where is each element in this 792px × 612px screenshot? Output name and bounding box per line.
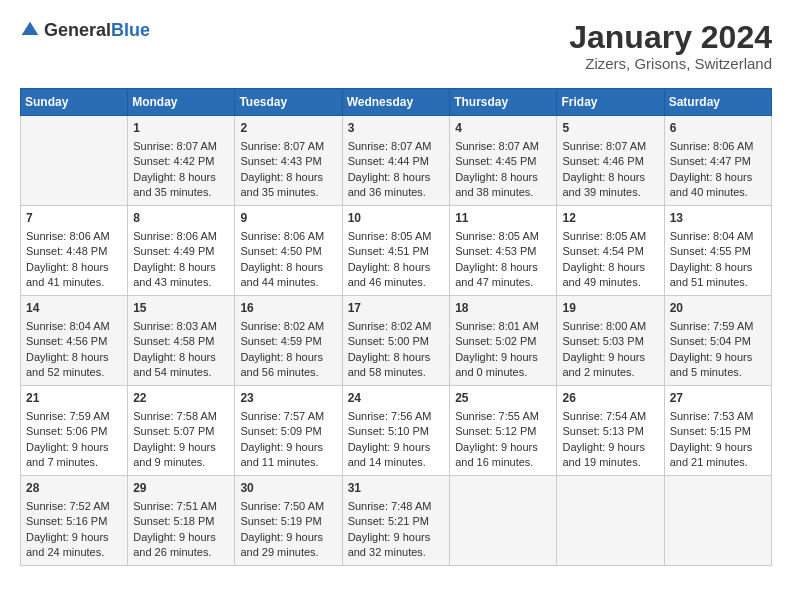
day-number: 22 [133, 390, 229, 407]
daylight-text: Daylight: 9 hours and 32 minutes. [348, 530, 445, 561]
calendar-week-row: 1Sunrise: 8:07 AMSunset: 4:42 PMDaylight… [21, 116, 772, 206]
sunrise-text: Sunrise: 8:06 AM [670, 139, 766, 154]
sunrise-text: Sunrise: 8:01 AM [455, 319, 551, 334]
sunrise-text: Sunrise: 8:02 AM [348, 319, 445, 334]
sunrise-text: Sunrise: 8:06 AM [26, 229, 122, 244]
calendar-cell: 18Sunrise: 8:01 AMSunset: 5:02 PMDayligh… [450, 296, 557, 386]
calendar-cell: 7Sunrise: 8:06 AMSunset: 4:48 PMDaylight… [21, 206, 128, 296]
daylight-text: Daylight: 8 hours and 35 minutes. [240, 170, 336, 201]
day-header-thursday: Thursday [450, 89, 557, 116]
daylight-text: Daylight: 8 hours and 41 minutes. [26, 260, 122, 291]
daylight-text: Daylight: 9 hours and 11 minutes. [240, 440, 336, 471]
calendar-cell: 22Sunrise: 7:58 AMSunset: 5:07 PMDayligh… [128, 386, 235, 476]
calendar-cell: 29Sunrise: 7:51 AMSunset: 5:18 PMDayligh… [128, 476, 235, 566]
calendar-cell: 26Sunrise: 7:54 AMSunset: 5:13 PMDayligh… [557, 386, 664, 476]
daylight-text: Daylight: 8 hours and 35 minutes. [133, 170, 229, 201]
calendar-cell: 15Sunrise: 8:03 AMSunset: 4:58 PMDayligh… [128, 296, 235, 386]
sunrise-text: Sunrise: 7:50 AM [240, 499, 336, 514]
sunrise-text: Sunrise: 7:48 AM [348, 499, 445, 514]
sunset-text: Sunset: 5:06 PM [26, 424, 122, 439]
daylight-text: Daylight: 9 hours and 26 minutes. [133, 530, 229, 561]
day-number: 4 [455, 120, 551, 137]
sunset-text: Sunset: 4:45 PM [455, 154, 551, 169]
daylight-text: Daylight: 8 hours and 44 minutes. [240, 260, 336, 291]
sunrise-text: Sunrise: 8:07 AM [240, 139, 336, 154]
title-block: January 2024 Zizers, Grisons, Switzerlan… [569, 20, 772, 72]
sunrise-text: Sunrise: 8:07 AM [455, 139, 551, 154]
day-number: 21 [26, 390, 122, 407]
sunset-text: Sunset: 4:47 PM [670, 154, 766, 169]
calendar-cell: 28Sunrise: 7:52 AMSunset: 5:16 PMDayligh… [21, 476, 128, 566]
day-number: 17 [348, 300, 445, 317]
day-number: 7 [26, 210, 122, 227]
calendar-cell: 5Sunrise: 8:07 AMSunset: 4:46 PMDaylight… [557, 116, 664, 206]
daylight-text: Daylight: 9 hours and 2 minutes. [562, 350, 658, 381]
sunset-text: Sunset: 4:49 PM [133, 244, 229, 259]
sunrise-text: Sunrise: 7:57 AM [240, 409, 336, 424]
day-number: 10 [348, 210, 445, 227]
day-number: 29 [133, 480, 229, 497]
calendar-cell: 31Sunrise: 7:48 AMSunset: 5:21 PMDayligh… [342, 476, 450, 566]
sunset-text: Sunset: 5:13 PM [562, 424, 658, 439]
day-header-monday: Monday [128, 89, 235, 116]
calendar-cell: 8Sunrise: 8:06 AMSunset: 4:49 PMDaylight… [128, 206, 235, 296]
calendar-cell: 2Sunrise: 8:07 AMSunset: 4:43 PMDaylight… [235, 116, 342, 206]
day-header-saturday: Saturday [664, 89, 771, 116]
calendar-cell: 25Sunrise: 7:55 AMSunset: 5:12 PMDayligh… [450, 386, 557, 476]
calendar-week-row: 28Sunrise: 7:52 AMSunset: 5:16 PMDayligh… [21, 476, 772, 566]
daylight-text: Daylight: 9 hours and 19 minutes. [562, 440, 658, 471]
calendar-cell [21, 116, 128, 206]
day-number: 14 [26, 300, 122, 317]
day-number: 3 [348, 120, 445, 137]
sunset-text: Sunset: 4:48 PM [26, 244, 122, 259]
calendar-week-row: 21Sunrise: 7:59 AMSunset: 5:06 PMDayligh… [21, 386, 772, 476]
calendar-cell: 24Sunrise: 7:56 AMSunset: 5:10 PMDayligh… [342, 386, 450, 476]
sunrise-text: Sunrise: 7:59 AM [26, 409, 122, 424]
daylight-text: Daylight: 8 hours and 40 minutes. [670, 170, 766, 201]
day-number: 19 [562, 300, 658, 317]
calendar-header-row: SundayMondayTuesdayWednesdayThursdayFrid… [21, 89, 772, 116]
daylight-text: Daylight: 9 hours and 21 minutes. [670, 440, 766, 471]
day-number: 25 [455, 390, 551, 407]
day-header-friday: Friday [557, 89, 664, 116]
logo-icon [20, 20, 40, 40]
sunrise-text: Sunrise: 8:05 AM [455, 229, 551, 244]
sunset-text: Sunset: 5:18 PM [133, 514, 229, 529]
sunset-text: Sunset: 4:46 PM [562, 154, 658, 169]
sunset-text: Sunset: 4:43 PM [240, 154, 336, 169]
logo-general-text: General [44, 20, 111, 40]
day-number: 13 [670, 210, 766, 227]
day-number: 15 [133, 300, 229, 317]
daylight-text: Daylight: 8 hours and 36 minutes. [348, 170, 445, 201]
logo: GeneralBlue [20, 20, 150, 40]
sunrise-text: Sunrise: 8:04 AM [670, 229, 766, 244]
location-subtitle: Zizers, Grisons, Switzerland [569, 55, 772, 72]
calendar-cell: 13Sunrise: 8:04 AMSunset: 4:55 PMDayligh… [664, 206, 771, 296]
sunset-text: Sunset: 5:10 PM [348, 424, 445, 439]
sunrise-text: Sunrise: 8:07 AM [348, 139, 445, 154]
sunrise-text: Sunrise: 8:07 AM [562, 139, 658, 154]
day-number: 24 [348, 390, 445, 407]
sunrise-text: Sunrise: 7:52 AM [26, 499, 122, 514]
daylight-text: Daylight: 8 hours and 46 minutes. [348, 260, 445, 291]
sunset-text: Sunset: 5:00 PM [348, 334, 445, 349]
page-header: GeneralBlue January 2024 Zizers, Grisons… [20, 20, 772, 72]
calendar-cell: 20Sunrise: 7:59 AMSunset: 5:04 PMDayligh… [664, 296, 771, 386]
day-number: 28 [26, 480, 122, 497]
sunset-text: Sunset: 5:02 PM [455, 334, 551, 349]
day-number: 11 [455, 210, 551, 227]
calendar-cell: 23Sunrise: 7:57 AMSunset: 5:09 PMDayligh… [235, 386, 342, 476]
day-number: 30 [240, 480, 336, 497]
sunrise-text: Sunrise: 7:53 AM [670, 409, 766, 424]
svg-marker-0 [22, 22, 39, 35]
calendar-week-row: 7Sunrise: 8:06 AMSunset: 4:48 PMDaylight… [21, 206, 772, 296]
daylight-text: Daylight: 8 hours and 54 minutes. [133, 350, 229, 381]
daylight-text: Daylight: 9 hours and 24 minutes. [26, 530, 122, 561]
calendar-cell: 12Sunrise: 8:05 AMSunset: 4:54 PMDayligh… [557, 206, 664, 296]
sunrise-text: Sunrise: 8:06 AM [240, 229, 336, 244]
day-header-tuesday: Tuesday [235, 89, 342, 116]
sunrise-text: Sunrise: 8:05 AM [348, 229, 445, 244]
calendar-cell: 3Sunrise: 8:07 AMSunset: 4:44 PMDaylight… [342, 116, 450, 206]
sunset-text: Sunset: 5:21 PM [348, 514, 445, 529]
sunrise-text: Sunrise: 7:55 AM [455, 409, 551, 424]
